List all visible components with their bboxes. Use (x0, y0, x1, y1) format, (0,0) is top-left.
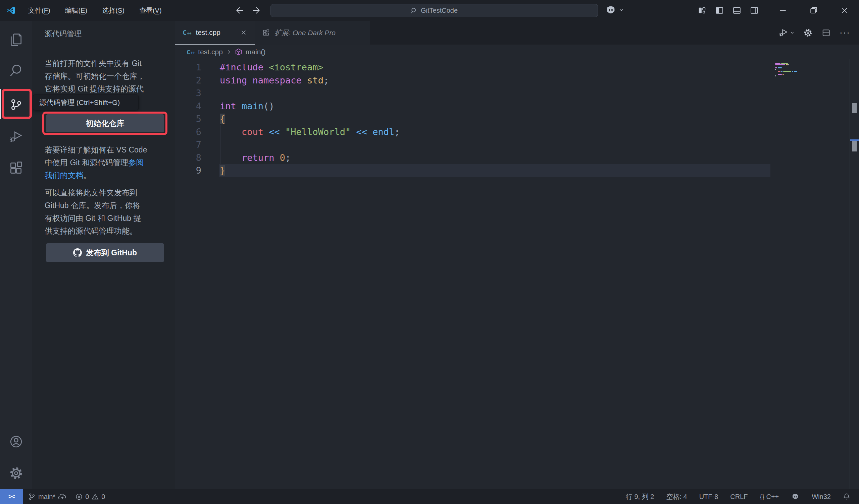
menu-item-e[interactable]: 编辑(E) (62, 5, 91, 16)
code-editor[interactable]: 1#include <iostream>2using namespace std… (175, 59, 859, 489)
toggle-primary-sidebar-icon[interactable] (715, 6, 724, 15)
copilot-status-icon[interactable] (791, 493, 800, 501)
line-number: 7 (175, 138, 201, 152)
nav-back-icon[interactable] (234, 5, 244, 15)
status-bar: >< main* 0 0 行 9, 列 2 空格: 4 UTF-8 CRLF {… (0, 489, 859, 504)
settings-gear-icon[interactable] (9, 466, 24, 481)
code-line-6[interactable]: 6 cout << "HelloWorld" << endl; (175, 126, 859, 139)
scm-publish-text: 可以直接将此文件夹发布到GitHub 仓库。发布后，你将有权访问由 Git 和 … (45, 186, 165, 237)
tab-test-cpp[interactable]: C++ test.cpp (175, 21, 255, 45)
docs-link[interactable]: 参阅 (128, 158, 144, 167)
menu-item-s[interactable]: 选择(S) (99, 5, 128, 16)
search-placeholder: GitTestCode (421, 7, 458, 14)
sidebar-title: 源代码管理 (45, 29, 81, 39)
more-actions-icon[interactable]: ··· (840, 28, 850, 38)
line-number: 8 (175, 152, 201, 164)
extension-tab-icon (262, 29, 270, 36)
problems-status[interactable]: 0 0 (75, 493, 105, 501)
command-center-search[interactable]: GitTestCode (270, 4, 598, 17)
initialize-repository-button[interactable]: 初始化仓库 (46, 114, 164, 132)
activity-bar (0, 21, 32, 489)
chevron-down-icon (619, 7, 624, 13)
close-tab-icon[interactable] (240, 29, 247, 36)
run-debug-button[interactable] (779, 28, 795, 38)
indentation-status[interactable]: 空格: 4 (666, 492, 687, 501)
source-control-sidebar: 源代码管理 当前打开的文件夹中没有 Git存储库。可初始化一个仓库，它将实现 G… (32, 21, 175, 489)
breadcrumb: C++ test.cpp main() (175, 45, 859, 59)
line-number: 3 (175, 87, 201, 100)
toggle-secondary-sidebar-icon[interactable] (750, 6, 759, 15)
menu-more[interactable]: ··· (141, 5, 155, 16)
run-debug-icon[interactable] (9, 129, 24, 144)
line-number: 2 (175, 74, 201, 87)
error-icon (75, 493, 82, 500)
explorer-icon[interactable] (9, 32, 24, 47)
remote-indicator[interactable]: >< (0, 489, 23, 504)
branch-icon (28, 493, 35, 500)
os-status[interactable]: Win32 (812, 493, 831, 501)
line-number: 4 (175, 100, 201, 113)
scm-welcome-text: 当前打开的文件夹中没有 Git存储库。可初始化一个仓库，它将实现 Git 提供支… (45, 57, 165, 95)
toggle-panel-icon[interactable] (732, 6, 741, 15)
nav-forward-icon[interactable] (252, 5, 262, 15)
cursor-position-status[interactable]: 行 9, 列 2 (626, 492, 654, 501)
scm-docs-text: 若要详细了解如何在 VS Code中使用 Git 和源代码管理参阅我们的文档。 (45, 143, 165, 182)
cpp-file-icon: C++ (183, 29, 191, 36)
ruler-decoration (852, 103, 857, 113)
split-editor-icon[interactable] (822, 28, 831, 37)
breadcrumb-symbol[interactable]: main() (246, 48, 266, 56)
search-view-icon[interactable] (9, 63, 24, 78)
maximize-restore-button[interactable] (808, 5, 819, 15)
docs-link[interactable]: 我们的文档 (45, 171, 83, 179)
active-view-indicator (0, 89, 1, 119)
vscode-logo-icon (7, 6, 15, 15)
code-line-7[interactable]: 7 (175, 138, 859, 152)
code-line-4[interactable]: 4int main() (175, 100, 859, 113)
editor-group: C++ test.cpp 扩展: One Dark Pro ··· (175, 21, 859, 489)
minimize-button[interactable] (777, 5, 788, 15)
customize-layout-icon[interactable] (697, 6, 707, 15)
github-icon (73, 248, 82, 257)
code-line-2[interactable]: 2using namespace std; (175, 74, 859, 87)
chevron-right-icon (226, 49, 231, 54)
symbol-namespace-icon (235, 48, 242, 56)
vscode-window: 文件(F)编辑(E)选择(S)查看(V) ··· GitTestCode (0, 0, 859, 504)
line-number: 1 (175, 61, 201, 74)
ruler-decoration (852, 141, 857, 152)
source-control-tooltip: 源代码管理 (Ctrl+Shift+G) (33, 95, 139, 110)
overview-ruler[interactable] (849, 59, 859, 489)
publish-to-github-button[interactable]: 发布到 GitHub (46, 243, 164, 262)
code-line-8[interactable]: 8 return 0; (175, 152, 859, 164)
source-control-icon[interactable] (9, 97, 24, 112)
breadcrumb-file[interactable]: test.cpp (198, 48, 223, 56)
encoding-status[interactable]: UTF-8 (699, 493, 719, 501)
copilot-icon (605, 4, 617, 16)
copilot-menu[interactable] (605, 4, 624, 16)
extensions-icon[interactable] (9, 161, 24, 176)
minimap[interactable] (770, 59, 849, 489)
line-number: 5 (175, 113, 201, 126)
tab-extension-one-dark-pro[interactable]: 扩展: One Dark Pro (255, 21, 370, 45)
layout-controls (697, 6, 759, 15)
code-line-3[interactable]: 3 (175, 87, 859, 100)
editor-actions: ··· (779, 21, 850, 45)
warning-icon (92, 493, 99, 500)
search-icon (411, 7, 418, 14)
tab-bar: C++ test.cpp 扩展: One Dark Pro ··· (175, 21, 859, 45)
code-line-5[interactable]: 5{ (175, 113, 859, 126)
language-mode-status[interactable]: {} C++ (760, 493, 779, 501)
accounts-icon[interactable] (9, 434, 24, 449)
git-branch-status[interactable]: main* (28, 493, 67, 501)
chevron-down-icon (790, 31, 795, 35)
eol-status[interactable]: CRLF (730, 493, 748, 501)
close-window-button[interactable] (839, 5, 850, 15)
publish-cloud-icon (58, 493, 67, 500)
code-line-9[interactable]: 9} (175, 164, 859, 177)
editor-settings-gear-icon[interactable] (803, 28, 813, 37)
notifications-bell-icon[interactable] (843, 493, 850, 500)
code-line-1[interactable]: 1#include <iostream> (175, 61, 859, 74)
line-number: 9 (175, 164, 201, 177)
menu-item-f[interactable]: 文件(F) (25, 5, 54, 16)
cpp-file-icon: C++ (186, 49, 195, 56)
line-number: 6 (175, 126, 201, 139)
